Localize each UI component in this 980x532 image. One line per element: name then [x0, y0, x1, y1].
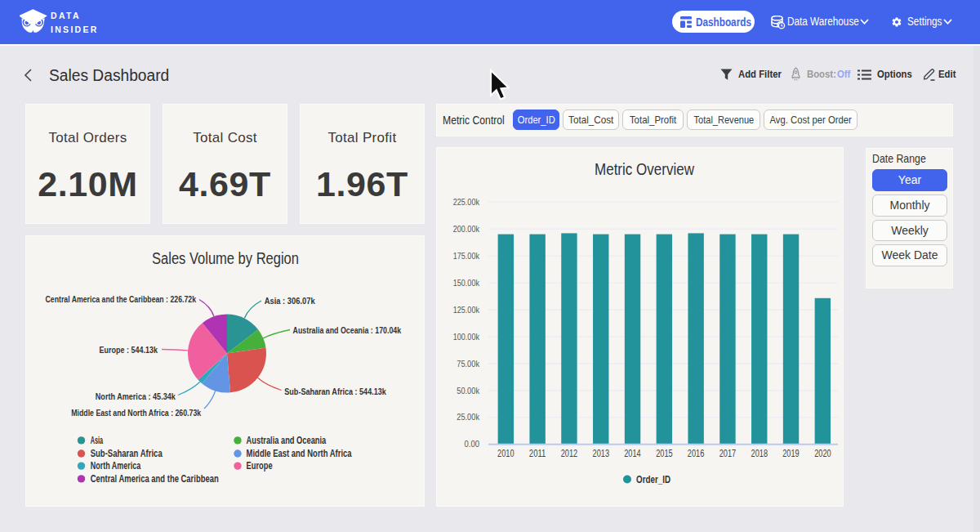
svg-text:Central America and the Caribb: Central America and the Caribbean : 226.…	[46, 294, 197, 304]
svg-text:25.00k: 25.00k	[457, 412, 479, 422]
svg-text:Australia and Oceania : 170.04: Australia and Oceania : 170.04k	[293, 325, 402, 335]
svg-text:North America : 45.34k: North America : 45.34k	[96, 391, 176, 401]
svg-text:125.00k: 125.00k	[453, 305, 480, 315]
svg-text:225.00k: 225.00k	[453, 197, 480, 207]
svg-text:Sales Volume by Region: Sales Volume by Region	[152, 249, 299, 267]
svg-text:Europe : 544.13k: Europe : 544.13k	[100, 345, 158, 355]
svg-text:Asia : 306.07k: Asia : 306.07k	[265, 296, 315, 306]
svg-text:Australia and Oceania: Australia and Oceania	[247, 435, 327, 446]
svg-text:Metric Overview: Metric Overview	[595, 160, 695, 178]
svg-text:0.00: 0.00	[465, 439, 480, 449]
svg-text:100.00k: 100.00k	[453, 332, 480, 342]
svg-text:2014: 2014	[624, 448, 641, 459]
svg-text:North America: North America	[91, 460, 141, 472]
svg-text:2016: 2016	[688, 448, 705, 459]
svg-text:2017: 2017	[719, 448, 737, 459]
svg-text:Central America and the Caribb: Central America and the Caribbean	[91, 473, 219, 485]
svg-text:200.00k: 200.00k	[453, 224, 480, 234]
svg-text:Asia: Asia	[91, 435, 104, 446]
svg-text:150.00k: 150.00k	[453, 278, 480, 288]
svg-text:2012: 2012	[561, 448, 578, 459]
svg-text:2020: 2020	[814, 448, 831, 459]
svg-text:Middle East and North Africa :: Middle East and North Africa : 260.73k	[71, 408, 201, 418]
svg-text:Europe: Europe	[247, 460, 273, 472]
svg-text:50.00k: 50.00k	[457, 386, 479, 396]
svg-text:Sub-Saharan Africa: Sub-Saharan Africa	[91, 448, 163, 459]
svg-text:2018: 2018	[751, 448, 768, 459]
svg-text:2013: 2013	[593, 448, 610, 459]
svg-text:175.00k: 175.00k	[453, 251, 480, 261]
svg-text:Middle East and North Africa: Middle East and North Africa	[247, 448, 352, 459]
svg-text:75.00k: 75.00k	[457, 359, 479, 369]
svg-text:2011: 2011	[529, 448, 546, 459]
svg-text:2010: 2010	[497, 448, 514, 459]
svg-text:2015: 2015	[656, 448, 673, 459]
svg-text:Order_ID: Order_ID	[636, 474, 670, 485]
svg-text:Sub-Saharan Africa : 544.13k: Sub-Saharan Africa : 544.13k	[284, 387, 386, 396]
svg-text:2019: 2019	[782, 448, 800, 459]
